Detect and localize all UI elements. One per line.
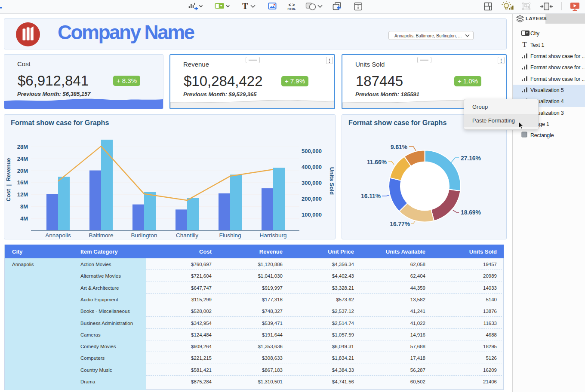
svg-text:Units Sold: Units Sold bbox=[329, 167, 335, 195]
svg-text:11.66%: 11.66% bbox=[367, 159, 387, 165]
svg-text:Flushing: Flushing bbox=[219, 232, 241, 239]
svg-text:16.77%: 16.77% bbox=[390, 221, 410, 227]
svg-text:Chantilly: Chantilly bbox=[176, 232, 198, 239]
svg-text:300,000: 300,000 bbox=[302, 180, 322, 186]
svg-text:Cost | Revenue: Cost | Revenue bbox=[5, 158, 12, 201]
svg-text:4M: 4M bbox=[20, 215, 28, 222]
svg-text:9.61%: 9.61% bbox=[391, 144, 407, 150]
svg-text:16.11%: 16.11% bbox=[361, 193, 381, 199]
svg-text:Annapolis: Annapolis bbox=[45, 232, 71, 239]
svg-text:< >: < > bbox=[289, 3, 295, 7]
svg-text:500,000: 500,000 bbox=[302, 148, 322, 154]
svg-text:12M: 12M bbox=[17, 191, 28, 198]
svg-text:20M: 20M bbox=[17, 168, 28, 174]
svg-text:HTML: HTML bbox=[287, 7, 296, 10]
svg-text:Burlington: Burlington bbox=[131, 232, 157, 239]
svg-text:200,000: 200,000 bbox=[302, 196, 322, 202]
svg-text:24M: 24M bbox=[17, 156, 28, 162]
svg-text:27.16%: 27.16% bbox=[461, 155, 481, 162]
svg-text:400,000: 400,000 bbox=[302, 164, 322, 170]
svg-text:100,000: 100,000 bbox=[302, 211, 322, 218]
svg-text:T: T bbox=[522, 41, 527, 48]
svg-text:18.69%: 18.69% bbox=[461, 209, 481, 216]
svg-text:8M: 8M bbox=[20, 203, 28, 210]
svg-text:Harrisburg: Harrisburg bbox=[259, 232, 286, 239]
svg-text:Baltimore: Baltimore bbox=[89, 232, 113, 239]
svg-text:28M: 28M bbox=[17, 144, 28, 150]
svg-text:T: T bbox=[242, 1, 248, 11]
svg-text:16M: 16M bbox=[17, 179, 28, 186]
